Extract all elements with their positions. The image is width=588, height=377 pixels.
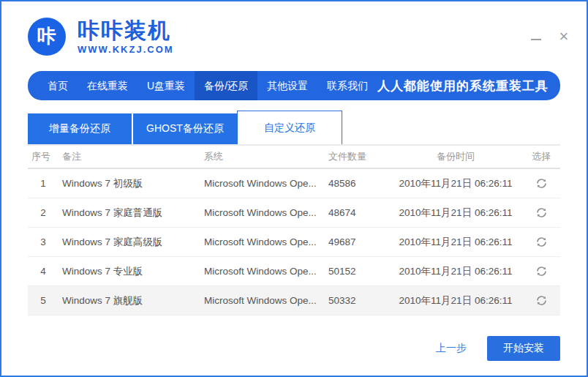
row-system: Microsoft Windows Ope... — [200, 236, 325, 247]
table-row: 5 Windows 7 旗舰版 Microsoft Windows Ope...… — [28, 286, 560, 316]
table-header-row: 序号 备注 系统 文件数量 备份时间 选择 — [28, 146, 560, 169]
tab-incremental-backup[interactable]: 增量备份还原 — [28, 113, 132, 144]
logo-icon: 咔 — [28, 18, 66, 56]
tab-custom-restore[interactable]: 自定义还原 — [237, 111, 342, 144]
select-restore-button[interactable] — [534, 176, 549, 191]
row-index: 5 — [28, 295, 59, 306]
row-index: 1 — [28, 178, 59, 189]
col-header-file-count: 文件数量 — [325, 150, 389, 163]
row-backup-time: 2010年11月21日 06:26:11 — [389, 177, 522, 190]
tab-ghost-backup[interactable]: GHOST备份还原 — [133, 113, 237, 144]
window-controls: × — [528, 29, 572, 45]
row-file-count: 50152 — [325, 266, 389, 277]
col-header-index: 序号 — [28, 150, 59, 163]
select-restore-button[interactable] — [534, 234, 549, 250]
footer-actions: 上一步 开始安装 — [28, 336, 560, 361]
row-select-cell — [522, 205, 560, 221]
row-index: 3 — [28, 236, 59, 247]
main-nav: 首页 在线重装 U盘重装 备份/还原 其他设置 联系我们 人人都能使用的系统重装… — [28, 71, 560, 100]
select-restore-button[interactable] — [534, 205, 549, 220]
previous-step-button[interactable]: 上一步 — [436, 342, 467, 355]
sync-refresh-icon — [535, 206, 548, 219]
row-system: Microsoft Windows Ope... — [200, 178, 325, 189]
row-file-count: 50332 — [325, 295, 389, 306]
select-restore-button[interactable] — [534, 293, 549, 308]
row-select-cell — [522, 176, 560, 192]
row-backup-time: 2010年11月21日 06:26:11 — [389, 236, 522, 249]
nav-item-online-reinstall[interactable]: 在线重装 — [78, 71, 137, 100]
title-bar: 咔 咔咔装机 WWW.KKZJ.COM × — [1, 1, 587, 71]
row-remark: Windows 7 家庭高级版 — [59, 236, 200, 249]
row-system: Microsoft Windows Ope... — [200, 266, 325, 277]
row-select-cell — [522, 293, 560, 309]
sync-refresh-icon — [535, 294, 548, 307]
col-header-backup-time: 备份时间 — [389, 150, 522, 163]
table-row: 4 Windows 7 专业版 Microsoft Windows Ope...… — [28, 257, 560, 286]
row-file-count: 49687 — [325, 236, 389, 247]
col-header-select: 选择 — [522, 150, 560, 163]
app-logo: 咔 咔咔装机 WWW.KKZJ.COM — [28, 18, 174, 56]
sync-refresh-icon — [535, 177, 548, 190]
row-index: 4 — [28, 266, 59, 277]
row-remark: Windows 7 专业版 — [59, 265, 200, 278]
col-header-remark: 备注 — [59, 150, 200, 163]
row-index: 2 — [28, 207, 59, 218]
sync-refresh-icon — [535, 265, 548, 277]
row-file-count: 48674 — [325, 207, 389, 218]
nav-item-usb-reinstall[interactable]: U盘重装 — [137, 71, 195, 100]
nav-item-contact-us[interactable]: 联系我们 — [317, 71, 377, 100]
nav-slogan: 人人都能使用的系统重装工具 — [377, 78, 556, 94]
row-backup-time: 2010年11月21日 06:26:11 — [389, 265, 522, 278]
nav-item-home[interactable]: 首页 — [38, 71, 78, 100]
logo-badge-glyph: 咔 — [37, 23, 56, 49]
close-button[interactable]: × — [556, 29, 572, 45]
logo-texts: 咔咔装机 WWW.KKZJ.COM — [78, 18, 174, 55]
app-title: 咔咔装机 — [78, 18, 174, 42]
nav-item-backup-restore[interactable]: 备份/还原 — [195, 71, 257, 100]
row-backup-time: 2010年11月21日 06:26:11 — [389, 206, 522, 220]
nav-item-other-settings[interactable]: 其他设置 — [257, 71, 317, 100]
row-select-cell — [522, 264, 560, 280]
app-window: 咔 咔咔装机 WWW.KKZJ.COM × 首页 在线重装 U盘重装 备份/还原… — [0, 0, 588, 377]
minimize-button[interactable] — [528, 29, 544, 45]
sync-refresh-icon — [535, 236, 548, 248]
row-system: Microsoft Windows Ope... — [200, 295, 325, 306]
minimize-icon — [531, 39, 541, 40]
row-select-cell — [522, 234, 560, 250]
row-remark: Windows 7 旗舰版 — [59, 294, 200, 307]
table-row: 1 Windows 7 初级版 Microsoft Windows Ope...… — [28, 169, 560, 198]
table-row: 2 Windows 7 家庭普通版 Microsoft Windows Ope.… — [28, 198, 560, 228]
row-file-count: 48586 — [325, 178, 389, 189]
row-backup-time: 2010年11月21日 06:26:11 — [389, 294, 522, 307]
col-header-system: 系统 — [200, 150, 325, 163]
table-row: 3 Windows 7 家庭高级版 Microsoft Windows Ope.… — [28, 228, 560, 257]
app-url: WWW.KKZJ.COM — [78, 44, 174, 55]
row-system: Microsoft Windows Ope... — [200, 207, 325, 218]
select-restore-button[interactable] — [534, 264, 549, 279]
row-remark: Windows 7 初级版 — [59, 177, 200, 190]
start-install-button[interactable]: 开始安装 — [487, 336, 560, 361]
restore-tabs: 增量备份还原 GHOST备份还原 自定义还原 — [28, 112, 560, 146]
row-remark: Windows 7 家庭普通版 — [59, 206, 200, 220]
backup-table: 序号 备注 系统 文件数量 备份时间 选择 1 Windows 7 初级版 Mi… — [28, 146, 560, 316]
close-icon: × — [559, 29, 569, 45]
